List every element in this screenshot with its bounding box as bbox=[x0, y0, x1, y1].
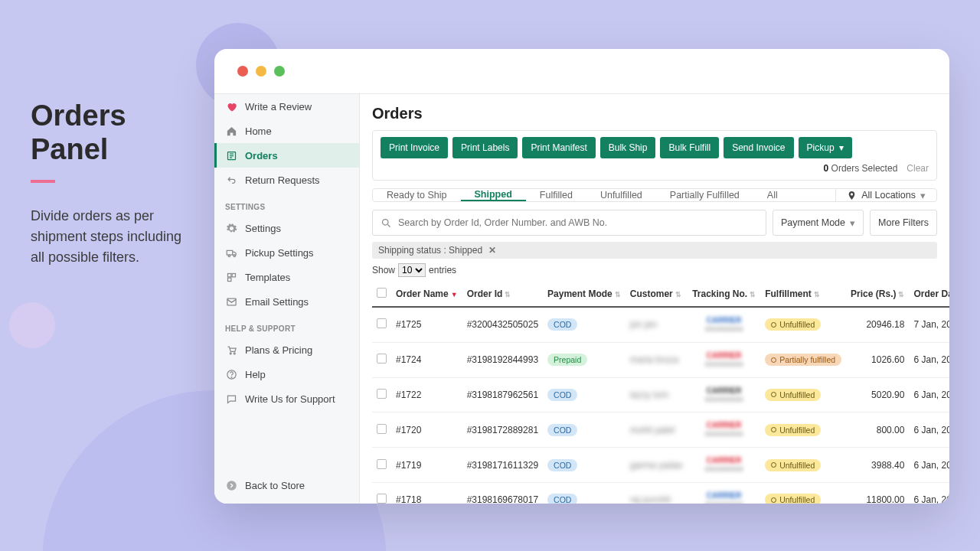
cell-date: 6 Jan, 2021 11:57:27 bbox=[909, 377, 949, 412]
bulk-ship-button[interactable]: Bulk Ship bbox=[600, 137, 656, 158]
svg-point-13 bbox=[383, 219, 389, 225]
cell-payment: COD bbox=[543, 448, 626, 483]
payment-mode-select[interactable]: Payment Mode▾ bbox=[773, 210, 864, 236]
svg-rect-6 bbox=[227, 278, 230, 281]
action-toolbar: Print Invoice Print Labels Print Manifes… bbox=[372, 130, 937, 181]
sidebar-item-plans[interactable]: Plans & Pricing bbox=[214, 337, 359, 362]
print-manifest-button[interactable]: Print Manifest bbox=[522, 137, 595, 158]
back-icon bbox=[225, 479, 237, 491]
sidebar-item-templates[interactable]: Templates bbox=[214, 265, 359, 289]
row-checkbox[interactable] bbox=[377, 389, 387, 399]
hero-description: Divide orders as per shipment steps incl… bbox=[31, 206, 199, 268]
cell-fulfillment: Unfulfilled bbox=[760, 377, 846, 412]
sidebar-item-help[interactable]: Help bbox=[214, 362, 359, 386]
gear-icon bbox=[225, 222, 237, 234]
sidebar-item-label: Orders bbox=[245, 150, 278, 161]
entries-select[interactable]: 10 bbox=[398, 263, 426, 277]
cell-customer: garma yadav bbox=[626, 448, 688, 483]
chip-remove-icon[interactable]: ✕ bbox=[488, 245, 496, 256]
col-payment-mode[interactable]: Payment Mode⇅ bbox=[543, 282, 626, 307]
tab-all[interactable]: All bbox=[753, 189, 792, 201]
chevron-down-icon: ▾ bbox=[920, 190, 926, 201]
cart-icon bbox=[225, 344, 237, 356]
select-all-checkbox[interactable] bbox=[377, 288, 387, 298]
cell-tracking: CARRIER0000000000 bbox=[688, 448, 760, 483]
row-checkbox[interactable] bbox=[377, 318, 387, 328]
location-selector[interactable]: All Locations ▾ bbox=[835, 189, 936, 201]
sidebar-item-home[interactable]: Home bbox=[214, 119, 359, 143]
sidebar-item-support[interactable]: Write Us for Support bbox=[214, 386, 359, 411]
svg-rect-5 bbox=[232, 273, 235, 276]
cell-payment: COD bbox=[543, 377, 626, 412]
row-checkbox[interactable] bbox=[377, 354, 387, 364]
location-label: All Locations bbox=[861, 190, 916, 201]
sidebar-item-email[interactable]: Email Settings bbox=[214, 289, 359, 314]
sidebar-item-label: Plans & Pricing bbox=[245, 344, 312, 356]
cell-date: 7 Jan, 2021 12:28:44 bbox=[909, 307, 949, 342]
sidebar: Write a Review Home Orders Return Reques… bbox=[214, 94, 360, 504]
sidebar-item-back[interactable]: Back to Store bbox=[214, 473, 359, 504]
maximize-dot[interactable] bbox=[274, 66, 285, 77]
svg-point-3 bbox=[234, 255, 236, 257]
cell-order-name: #1724 bbox=[391, 342, 462, 377]
tab-unfulfilled[interactable]: Unfulfilled bbox=[586, 189, 656, 201]
table-row: #1725#3200432505025CODjon jenCARRIER0000… bbox=[372, 307, 949, 342]
sidebar-item-label: Write a Review bbox=[245, 101, 312, 112]
cell-customer: maria broza bbox=[626, 342, 688, 377]
row-checkbox[interactable] bbox=[377, 424, 387, 434]
print-labels-button[interactable]: Print Labels bbox=[452, 137, 518, 158]
search-input-wrapper[interactable] bbox=[372, 210, 766, 236]
tab-partially-fulfilled[interactable]: Partially Fulfilled bbox=[656, 189, 753, 201]
row-checkbox[interactable] bbox=[377, 459, 387, 469]
cell-order-id: #3200432505025 bbox=[462, 307, 543, 342]
cell-order-name: #1719 bbox=[391, 448, 462, 483]
page-title: Orders bbox=[372, 105, 937, 122]
sidebar-section-help: HELP & SUPPORT bbox=[214, 314, 359, 337]
tab-ready-to-ship[interactable]: Ready to Ship bbox=[373, 189, 461, 201]
selected-count: 0 Orders Selected bbox=[824, 163, 898, 174]
pickup-button[interactable]: Pickup▾ bbox=[799, 137, 852, 158]
search-input[interactable] bbox=[398, 217, 758, 228]
table-row: #1719#3198171611329CODgarma yadavCARRIER… bbox=[372, 448, 949, 483]
clear-button[interactable]: Clear bbox=[906, 163, 929, 174]
cell-fulfillment: Unfulfilled bbox=[760, 448, 846, 483]
row-checkbox[interactable] bbox=[377, 494, 387, 504]
cell-tracking: CARRIER0000000000 bbox=[688, 412, 760, 448]
cell-fulfillment: Unfulfilled bbox=[760, 307, 846, 342]
tab-fulfilled[interactable]: Fulfilled bbox=[526, 189, 586, 201]
sidebar-item-settings[interactable]: Settings bbox=[214, 216, 359, 240]
cell-payment: COD bbox=[543, 412, 626, 448]
sidebar-item-return[interactable]: Return Requests bbox=[214, 168, 359, 192]
cell-customer: mohit patel bbox=[626, 412, 688, 448]
cell-order-name: #1720 bbox=[391, 412, 462, 448]
tab-shipped[interactable]: Shipped bbox=[461, 189, 526, 201]
col-order-date[interactable]: Order Date⇅ bbox=[909, 282, 949, 307]
send-invoice-button[interactable]: Send Invoice bbox=[724, 137, 793, 158]
svg-point-8 bbox=[230, 352, 231, 354]
col-order-name[interactable]: Order Name▼ bbox=[391, 282, 462, 307]
pin-icon bbox=[847, 191, 857, 201]
close-dot[interactable] bbox=[237, 66, 248, 77]
print-invoice-button[interactable]: Print Invoice bbox=[381, 137, 448, 158]
cell-order-id: #3198171611329 bbox=[462, 448, 543, 483]
minimize-dot[interactable] bbox=[256, 66, 266, 77]
sidebar-item-label: Settings bbox=[245, 223, 281, 234]
cell-fulfillment: Unfulfilled bbox=[760, 482, 846, 504]
orders-table: Order Name▼Order Id⇅Payment Mode⇅Custome… bbox=[372, 282, 949, 504]
sidebar-item-orders[interactable]: Orders bbox=[214, 143, 359, 168]
col-price-rs-[interactable]: Price (Rs.)⇅ bbox=[846, 282, 909, 307]
sidebar-item-review[interactable]: Write a Review bbox=[214, 94, 359, 119]
col-tracking-no-[interactable]: Tracking No.⇅ bbox=[688, 282, 760, 307]
table-row: #1720#3198172889281CODmohit patelCARRIER… bbox=[372, 412, 949, 448]
col-order-id[interactable]: Order Id⇅ bbox=[462, 282, 543, 307]
more-filters-button[interactable]: More Filters bbox=[870, 210, 937, 236]
cell-order-id: #3198187962561 bbox=[462, 377, 543, 412]
cell-fulfillment: Partially fulfilled bbox=[760, 342, 846, 377]
cell-fulfillment: Unfulfilled bbox=[760, 412, 846, 448]
cell-customer: jon jen bbox=[626, 307, 688, 342]
sidebar-item-pickup[interactable]: Pickup Settings bbox=[214, 240, 359, 265]
bulk-fulfill-button[interactable]: Bulk Fulfill bbox=[660, 137, 719, 158]
col-customer[interactable]: Customer⇅ bbox=[626, 282, 688, 307]
col-fulfillment[interactable]: Fulfillment⇅ bbox=[760, 282, 846, 307]
chevron-down-icon: ▾ bbox=[850, 217, 855, 229]
